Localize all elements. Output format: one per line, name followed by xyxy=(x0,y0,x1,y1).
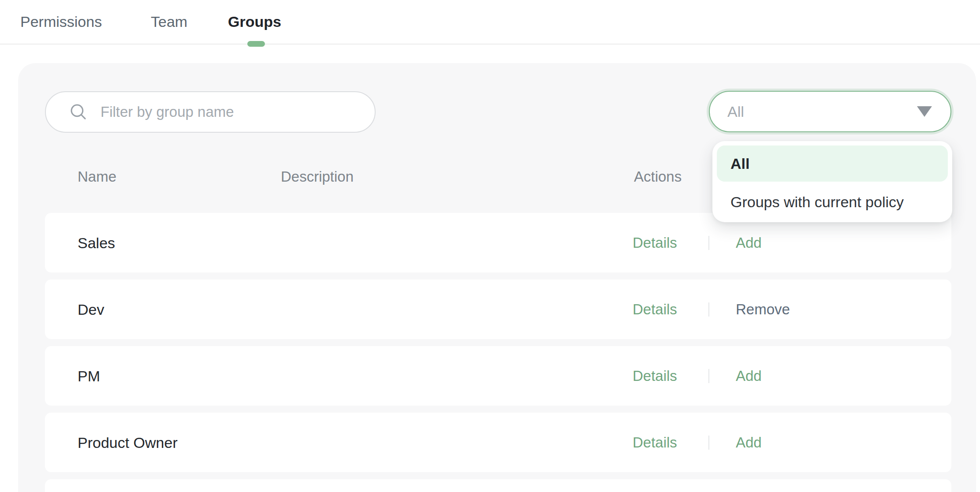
tab-team[interactable]: Team xyxy=(151,0,187,44)
details-link[interactable]: Details xyxy=(633,368,677,384)
group-name: Sales xyxy=(78,234,115,251)
group-filter-input[interactable] xyxy=(100,103,348,121)
table-row: Product Owner Details Add xyxy=(45,413,951,472)
dropdown-selected-value: All xyxy=(727,103,917,120)
remove-link[interactable]: Remove xyxy=(736,301,790,318)
search-icon xyxy=(69,102,88,122)
action-divider xyxy=(708,236,709,250)
tab-bar: Permissions Team Groups xyxy=(0,0,980,45)
action-divider xyxy=(708,436,709,450)
group-name: Dev xyxy=(78,301,104,318)
groups-panel: All All Groups with current policy Name … xyxy=(18,63,976,492)
tab-groups[interactable]: Groups xyxy=(228,0,281,44)
column-header-name: Name xyxy=(78,168,116,185)
action-divider xyxy=(708,302,709,317)
tab-permissions[interactable]: Permissions xyxy=(20,0,102,44)
table-row: PM Details Add xyxy=(45,346,951,406)
table-row: Dev Details Remove xyxy=(45,280,951,339)
menu-option-all[interactable]: All xyxy=(717,145,948,182)
page: Permissions Team Groups All All Groups w… xyxy=(0,0,980,492)
policy-filter-dropdown[interactable]: All xyxy=(709,91,951,132)
group-name: Product Owner xyxy=(78,434,178,451)
column-header-actions: Actions xyxy=(634,168,682,185)
column-header-description: Description xyxy=(281,168,354,185)
action-divider xyxy=(708,369,709,383)
group-name: PM xyxy=(78,367,100,384)
menu-option-groups-with-current-policy[interactable]: Groups with current policy xyxy=(717,184,948,220)
active-tab-indicator xyxy=(247,41,265,47)
add-link[interactable]: Add xyxy=(736,434,762,451)
caret-down-icon xyxy=(917,106,932,117)
details-link[interactable]: Details xyxy=(633,434,677,451)
group-filter-field[interactable] xyxy=(45,91,376,133)
table-row-partial xyxy=(45,479,951,492)
add-link[interactable]: Add xyxy=(736,235,762,251)
details-link[interactable]: Details xyxy=(633,235,677,251)
details-link[interactable]: Details xyxy=(633,301,677,318)
add-link[interactable]: Add xyxy=(736,368,762,384)
policy-filter-menu: All Groups with current policy xyxy=(712,141,952,222)
